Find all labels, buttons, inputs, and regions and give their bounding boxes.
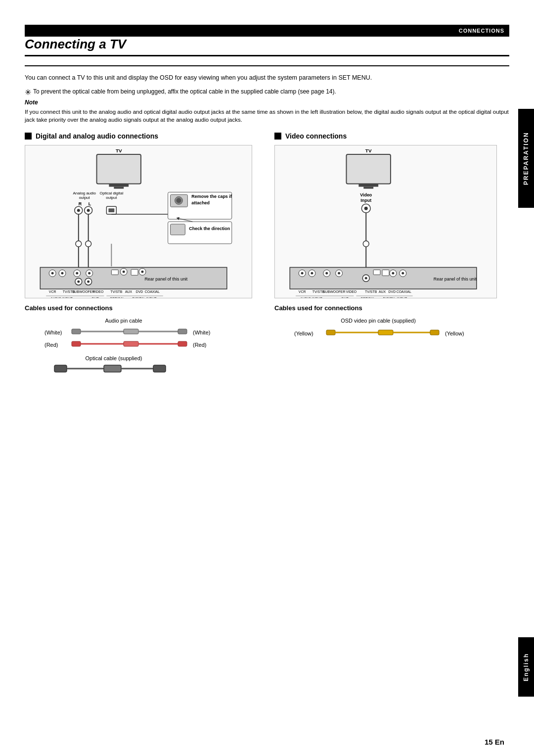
svg-point-95 xyxy=(364,207,368,210)
svg-point-109 xyxy=(365,277,367,280)
intro-paragraph: You can connect a TV to this unit and di… xyxy=(25,73,509,83)
svg-text:Rear panel of this unit: Rear panel of this unit xyxy=(434,277,477,282)
svg-rect-51 xyxy=(131,269,138,275)
svg-point-23 xyxy=(177,198,181,203)
right-diagram-col: Video connections TV Video Input xyxy=(274,132,509,391)
left-cables-diagram: Audio pin cable (White) (White) (Red) xyxy=(25,316,232,390)
svg-rect-71 xyxy=(124,329,138,334)
svg-text:Video: Video xyxy=(360,192,372,197)
left-section-heading: Digital and analog audio connections xyxy=(25,132,260,140)
svg-point-115 xyxy=(401,272,404,275)
note-text: If you connect this unit to the analog a… xyxy=(25,108,509,124)
svg-text:VCR: VCR xyxy=(299,290,306,293)
svg-point-41 xyxy=(76,272,78,275)
svg-text:L: L xyxy=(89,201,91,206)
svg-rect-135 xyxy=(430,330,439,335)
svg-rect-73 xyxy=(178,329,187,334)
svg-text:(Yellow): (Yellow) xyxy=(294,331,313,336)
svg-text:Rear panel of this unit: Rear panel of this unit xyxy=(144,277,187,282)
svg-rect-80 xyxy=(178,341,187,346)
svg-point-39 xyxy=(61,272,64,275)
svg-text:COAXIAL: COAXIAL xyxy=(145,290,160,293)
svg-text:Input: Input xyxy=(360,198,371,203)
svg-point-37 xyxy=(51,272,54,275)
svg-point-31 xyxy=(76,241,82,247)
svg-point-11 xyxy=(77,209,80,212)
bullet-square-left xyxy=(25,133,32,140)
right-diagram-svg: TV Video Input xyxy=(274,145,497,298)
svg-point-50 xyxy=(123,271,125,273)
svg-text:AUX: AUX xyxy=(379,290,386,293)
svg-text:OSD video pin cable (supplied): OSD video pin cable (supplied) xyxy=(341,318,416,324)
svg-rect-2 xyxy=(109,184,129,187)
svg-text:DVD: DVD xyxy=(389,290,396,293)
tip-row: ✳ To prevent the optical cable from bein… xyxy=(25,88,509,97)
right-heading-text: Video connections xyxy=(285,132,347,140)
svg-rect-69 xyxy=(72,329,81,334)
svg-text:DVD: DVD xyxy=(136,290,143,293)
right-cables-heading: Cables used for connections xyxy=(274,304,509,312)
svg-rect-3 xyxy=(114,187,124,189)
svg-rect-1 xyxy=(97,154,141,184)
svg-text:AUDIO INPUT ————— OUT: AUDIO INPUT ————— OUT xyxy=(50,297,99,298)
svg-rect-85 xyxy=(104,365,121,372)
svg-text:Optical cable (supplied): Optical cable (supplied) xyxy=(86,355,142,361)
svg-text:Optical digital: Optical digital xyxy=(100,191,124,195)
svg-point-47 xyxy=(87,281,89,283)
page-container: CONNECTIONS PREPARATION English Connecti… xyxy=(0,0,534,756)
svg-text:VIDEO: VIDEO xyxy=(93,290,104,293)
diagrams-row: Digital and analog audio connections TV … xyxy=(25,132,509,391)
svg-point-103 xyxy=(311,272,313,275)
left-cables-heading: Cables used for connections xyxy=(25,304,260,312)
section-label: CONNECTIONS xyxy=(459,28,504,34)
svg-point-32 xyxy=(86,241,91,247)
svg-text:output: output xyxy=(79,195,90,200)
top-header-bar: CONNECTIONS xyxy=(25,25,509,37)
title-area: Connecting a TV xyxy=(25,37,509,66)
svg-text:TV/STB: TV/STB xyxy=(365,290,377,293)
svg-rect-89 xyxy=(347,154,391,184)
svg-point-105 xyxy=(325,272,328,275)
svg-point-53 xyxy=(141,271,143,273)
right-cables-section: Cables used for connections OSD video pi… xyxy=(274,304,509,357)
page-title: Connecting a TV xyxy=(25,37,509,56)
svg-rect-90 xyxy=(358,184,378,187)
svg-rect-91 xyxy=(363,187,373,189)
preparation-tab: PREPARATION xyxy=(518,109,534,208)
svg-point-45 xyxy=(77,281,80,283)
svg-text:output: output xyxy=(106,195,117,200)
svg-rect-48 xyxy=(111,270,118,275)
svg-text:SUBWOOFER: SUBWOOFER xyxy=(72,290,94,293)
left-heading-text: Digital and analog audio connections xyxy=(36,132,158,140)
page-number: 15 En xyxy=(485,738,504,746)
svg-text:(White): (White) xyxy=(44,330,62,335)
left-diagram-svg: TV Analog audio output Optical digital o… xyxy=(25,145,252,298)
svg-text:(Yellow): (Yellow) xyxy=(445,331,464,336)
svg-text:——OPTICAL—— DIGITAL INPUT ——: ——OPTICAL—— DIGITAL INPUT —— xyxy=(103,297,164,298)
svg-text:AUX: AUX xyxy=(125,290,133,293)
svg-point-107 xyxy=(338,272,340,275)
svg-rect-110 xyxy=(373,270,380,275)
main-content: Connecting a TV You can connect a TV to … xyxy=(25,37,509,731)
left-diagram-col: Digital and analog audio connections TV … xyxy=(25,132,260,391)
bullet-square-right xyxy=(274,133,281,140)
svg-text:VIDEO: VIDEO xyxy=(346,290,357,293)
note-label: Note xyxy=(25,99,509,106)
svg-rect-87 xyxy=(153,365,166,372)
optical-note: To prevent the optical cable from being … xyxy=(33,88,336,96)
svg-rect-27 xyxy=(171,224,185,235)
svg-text:Audio pin cable: Audio pin cable xyxy=(105,318,142,324)
svg-rect-76 xyxy=(72,341,81,346)
right-cables-diagram: OSD video pin cable (supplied) (Yellow) … xyxy=(274,316,482,355)
left-cables-section: Cables used for connections Audio pin ca… xyxy=(25,304,260,391)
svg-point-97 xyxy=(363,241,369,247)
svg-text:attached: attached xyxy=(191,200,210,205)
svg-text:(White): (White) xyxy=(193,330,210,335)
svg-point-113 xyxy=(392,272,394,275)
svg-rect-111 xyxy=(382,270,389,276)
svg-text:Remove the caps if: Remove the caps if xyxy=(191,194,231,199)
svg-text:SUBWOOFER: SUBWOOFER xyxy=(323,290,345,293)
right-section-heading: Video connections xyxy=(274,132,509,140)
tip-icon: ✳ xyxy=(25,88,31,97)
svg-text:TV: TV xyxy=(365,148,372,153)
